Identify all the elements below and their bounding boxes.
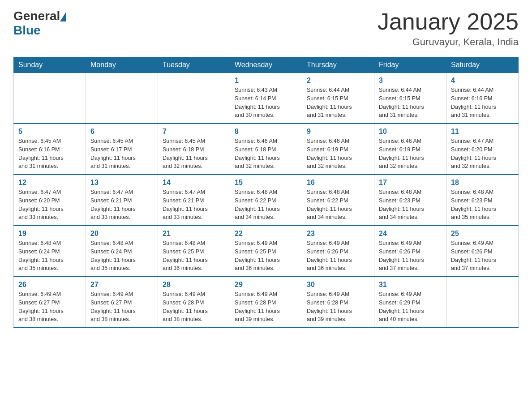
day-number: 15 — [235, 179, 297, 187]
day-header-wednesday: Wednesday — [230, 57, 302, 73]
day-info: Sunrise: 6:47 AM Sunset: 6:20 PM Dayligh… — [18, 188, 81, 222]
calendar-cell: 20Sunrise: 6:48 AM Sunset: 6:24 PM Dayli… — [86, 226, 158, 277]
calendar-cell — [14, 73, 86, 124]
calendar-week-row: 5Sunrise: 6:45 AM Sunset: 6:16 PM Daylig… — [14, 124, 519, 175]
title-section: January 2025 Guruvayur, Kerala, India — [378, 9, 519, 48]
logo-general-text: General — [13, 9, 60, 23]
calendar-cell: 15Sunrise: 6:48 AM Sunset: 6:22 PM Dayli… — [230, 175, 302, 226]
logo: General Blue — [13, 9, 66, 38]
calendar-cell: 1Sunrise: 6:43 AM Sunset: 6:14 PM Daylig… — [230, 73, 302, 124]
day-number: 16 — [307, 179, 369, 187]
day-number: 18 — [451, 179, 514, 187]
calendar-cell: 25Sunrise: 6:49 AM Sunset: 6:26 PM Dayli… — [446, 226, 519, 277]
calendar-cell: 12Sunrise: 6:47 AM Sunset: 6:20 PM Dayli… — [14, 175, 86, 226]
day-info: Sunrise: 6:49 AM Sunset: 6:28 PM Dayligh… — [235, 290, 297, 324]
day-number: 20 — [90, 230, 153, 238]
calendar-cell: 2Sunrise: 6:44 AM Sunset: 6:15 PM Daylig… — [302, 73, 374, 124]
calendar-cell: 10Sunrise: 6:46 AM Sunset: 6:19 PM Dayli… — [374, 124, 446, 175]
calendar-cell: 24Sunrise: 6:49 AM Sunset: 6:26 PM Dayli… — [374, 226, 446, 277]
day-info: Sunrise: 6:46 AM Sunset: 6:19 PM Dayligh… — [379, 137, 442, 171]
calendar-cell: 11Sunrise: 6:47 AM Sunset: 6:20 PM Dayli… — [446, 124, 519, 175]
day-info: Sunrise: 6:48 AM Sunset: 6:22 PM Dayligh… — [307, 188, 369, 222]
day-info: Sunrise: 6:49 AM Sunset: 6:28 PM Dayligh… — [307, 290, 369, 324]
day-number: 24 — [379, 230, 442, 238]
day-number: 26 — [18, 281, 81, 289]
day-number: 12 — [18, 179, 81, 187]
day-number: 22 — [235, 230, 297, 238]
day-number: 8 — [235, 128, 297, 136]
day-number: 7 — [163, 128, 225, 136]
calendar-cell: 5Sunrise: 6:45 AM Sunset: 6:16 PM Daylig… — [14, 124, 86, 175]
day-number: 11 — [451, 128, 514, 136]
day-number: 14 — [163, 179, 225, 187]
day-info: Sunrise: 6:48 AM Sunset: 6:24 PM Dayligh… — [90, 239, 153, 273]
calendar-week-row: 12Sunrise: 6:47 AM Sunset: 6:20 PM Dayli… — [14, 175, 519, 226]
calendar-cell: 26Sunrise: 6:49 AM Sunset: 6:27 PM Dayli… — [14, 277, 86, 328]
calendar-cell: 28Sunrise: 6:49 AM Sunset: 6:28 PM Dayli… — [158, 277, 230, 328]
logo-triangle-icon — [60, 12, 66, 21]
day-info: Sunrise: 6:48 AM Sunset: 6:23 PM Dayligh… — [451, 188, 514, 222]
calendar-cell: 29Sunrise: 6:49 AM Sunset: 6:28 PM Dayli… — [230, 277, 302, 328]
day-info: Sunrise: 6:48 AM Sunset: 6:22 PM Dayligh… — [235, 188, 297, 222]
day-number: 30 — [307, 281, 369, 289]
day-header-friday: Friday — [374, 57, 446, 73]
day-header-thursday: Thursday — [302, 57, 374, 73]
day-info: Sunrise: 6:49 AM Sunset: 6:27 PM Dayligh… — [90, 290, 153, 324]
day-number: 31 — [379, 281, 442, 289]
calendar-cell: 22Sunrise: 6:49 AM Sunset: 6:25 PM Dayli… — [230, 226, 302, 277]
calendar-cell: 4Sunrise: 6:44 AM Sunset: 6:16 PM Daylig… — [446, 73, 519, 124]
day-number: 10 — [379, 128, 442, 136]
calendar-cell: 6Sunrise: 6:45 AM Sunset: 6:17 PM Daylig… — [86, 124, 158, 175]
day-info: Sunrise: 6:47 AM Sunset: 6:21 PM Dayligh… — [163, 188, 225, 222]
day-info: Sunrise: 6:48 AM Sunset: 6:25 PM Dayligh… — [163, 239, 225, 273]
calendar-cell: 23Sunrise: 6:49 AM Sunset: 6:26 PM Dayli… — [302, 226, 374, 277]
calendar-week-row: 19Sunrise: 6:48 AM Sunset: 6:24 PM Dayli… — [14, 226, 519, 277]
calendar-cell: 3Sunrise: 6:44 AM Sunset: 6:15 PM Daylig… — [374, 73, 446, 124]
calendar-table: SundayMondayTuesdayWednesdayThursdayFrid… — [13, 57, 519, 328]
day-info: Sunrise: 6:49 AM Sunset: 6:25 PM Dayligh… — [235, 239, 297, 273]
calendar-cell — [86, 73, 158, 124]
calendar-title: January 2025 — [378, 9, 519, 34]
day-number: 6 — [90, 128, 153, 136]
calendar-cell: 16Sunrise: 6:48 AM Sunset: 6:22 PM Dayli… — [302, 175, 374, 226]
calendar-cell: 27Sunrise: 6:49 AM Sunset: 6:27 PM Dayli… — [86, 277, 158, 328]
calendar-cell: 13Sunrise: 6:47 AM Sunset: 6:21 PM Dayli… — [86, 175, 158, 226]
calendar-cell — [158, 73, 230, 124]
calendar-week-row: 1Sunrise: 6:43 AM Sunset: 6:14 PM Daylig… — [14, 73, 519, 124]
day-number: 25 — [451, 230, 514, 238]
calendar-cell: 17Sunrise: 6:48 AM Sunset: 6:23 PM Dayli… — [374, 175, 446, 226]
day-number: 9 — [307, 128, 369, 136]
day-info: Sunrise: 6:45 AM Sunset: 6:18 PM Dayligh… — [163, 137, 225, 171]
day-info: Sunrise: 6:46 AM Sunset: 6:18 PM Dayligh… — [235, 137, 297, 171]
day-header-tuesday: Tuesday — [158, 57, 230, 73]
day-number: 21 — [163, 230, 225, 238]
day-info: Sunrise: 6:45 AM Sunset: 6:17 PM Dayligh… — [90, 137, 153, 171]
day-info: Sunrise: 6:49 AM Sunset: 6:29 PM Dayligh… — [379, 290, 442, 324]
day-number: 3 — [379, 77, 442, 85]
day-number: 5 — [18, 128, 81, 136]
day-info: Sunrise: 6:48 AM Sunset: 6:24 PM Dayligh… — [18, 239, 81, 273]
day-number: 27 — [90, 281, 153, 289]
day-info: Sunrise: 6:49 AM Sunset: 6:27 PM Dayligh… — [18, 290, 81, 324]
day-number: 2 — [307, 77, 369, 85]
day-number: 29 — [235, 281, 297, 289]
day-info: Sunrise: 6:47 AM Sunset: 6:21 PM Dayligh… — [90, 188, 153, 222]
day-header-saturday: Saturday — [446, 57, 519, 73]
day-info: Sunrise: 6:45 AM Sunset: 6:16 PM Dayligh… — [18, 137, 81, 171]
page-header: General Blue January 2025 Guruvayur, Ker… — [13, 9, 519, 48]
day-number: 19 — [18, 230, 81, 238]
calendar-cell — [446, 277, 519, 328]
day-info: Sunrise: 6:47 AM Sunset: 6:20 PM Dayligh… — [451, 137, 514, 171]
day-info: Sunrise: 6:44 AM Sunset: 6:16 PM Dayligh… — [451, 86, 514, 120]
day-info: Sunrise: 6:49 AM Sunset: 6:26 PM Dayligh… — [451, 239, 514, 273]
calendar-header-row: SundayMondayTuesdayWednesdayThursdayFrid… — [14, 57, 519, 73]
logo-blue-text: Blue — [13, 23, 41, 37]
calendar-cell: 21Sunrise: 6:48 AM Sunset: 6:25 PM Dayli… — [158, 226, 230, 277]
day-info: Sunrise: 6:49 AM Sunset: 6:26 PM Dayligh… — [379, 239, 442, 273]
day-number: 1 — [235, 77, 297, 85]
day-number: 23 — [307, 230, 369, 238]
calendar-week-row: 26Sunrise: 6:49 AM Sunset: 6:27 PM Dayli… — [14, 277, 519, 328]
day-number: 13 — [90, 179, 153, 187]
calendar-cell: 7Sunrise: 6:45 AM Sunset: 6:18 PM Daylig… — [158, 124, 230, 175]
calendar-cell: 8Sunrise: 6:46 AM Sunset: 6:18 PM Daylig… — [230, 124, 302, 175]
